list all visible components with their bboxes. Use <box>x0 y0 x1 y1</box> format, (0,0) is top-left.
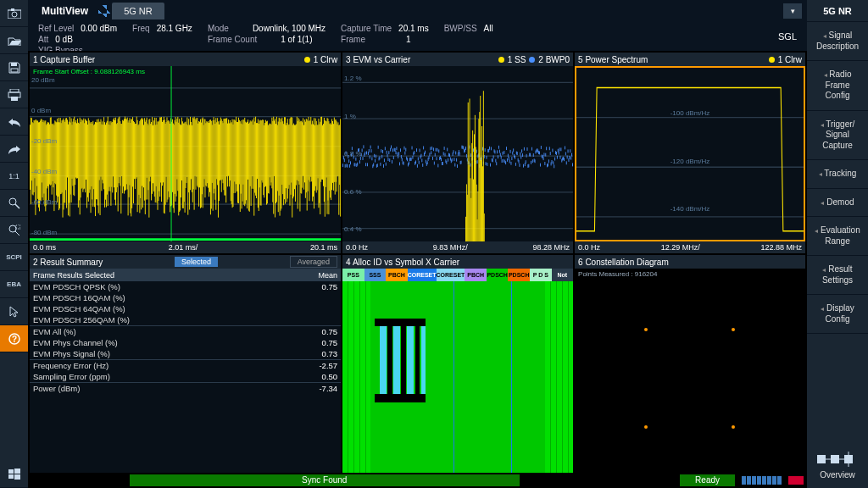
windows-icon[interactable] <box>0 461 28 488</box>
svg-rect-661 <box>520 152 521 156</box>
zoom-icon[interactable] <box>0 190 28 217</box>
svg-rect-468 <box>372 157 373 160</box>
svg-rect-408 <box>329 124 330 191</box>
tab-averaged[interactable]: Averaged <box>290 256 337 268</box>
svg-rect-687 <box>540 164 541 167</box>
x-tick: 98.28 MHz <box>533 243 570 252</box>
svg-rect-208 <box>174 125 175 213</box>
svg-rect-538 <box>426 160 426 164</box>
svg-rect-197 <box>165 124 166 205</box>
svg-rect-298 <box>243 120 244 205</box>
svg-rect-413 <box>333 124 334 191</box>
svg-rect-141 <box>121 124 122 176</box>
camera-icon[interactable] <box>0 0 28 27</box>
svg-rect-530 <box>420 149 420 152</box>
svg-rect-131 <box>114 118 114 187</box>
softkey-signal-description[interactable]: ◂ SignalDescription <box>807 22 868 61</box>
svg-rect-724 <box>569 158 570 162</box>
svg-rect-334 <box>271 118 272 189</box>
pane-evm-carrier[interactable]: 3 EVM vs Carrier 1 SS2 BWP0 1.2 % 1 % 0.… <box>342 53 573 253</box>
softkey-result-settings[interactable]: ◂ ResultSettings <box>807 256 868 295</box>
scpi-button[interactable]: SCPI <box>0 244 28 271</box>
softkey-demod[interactable]: ◂ Demod <box>807 189 868 218</box>
svg-rect-533 <box>421 158 422 162</box>
svg-rect-266 <box>219 125 220 201</box>
svg-rect-276 <box>226 118 227 176</box>
overview-button[interactable]: Overview <box>807 446 868 488</box>
svg-rect-252 <box>208 121 209 188</box>
softkey-trigger-signal-capture[interactable]: ◂ Trigger/SignalCapture <box>807 111 868 161</box>
zoom-area-icon[interactable] <box>0 217 28 244</box>
svg-rect-430 <box>342 164 343 167</box>
eba-button[interactable]: EBA <box>0 271 28 298</box>
svg-rect-759 <box>831 455 839 463</box>
svg-rect-346 <box>281 119 281 208</box>
svg-rect-257 <box>212 125 213 183</box>
svg-rect-732 <box>467 195 468 241</box>
print-icon[interactable] <box>0 81 28 108</box>
open-icon[interactable] <box>0 27 28 54</box>
svg-rect-606 <box>478 154 479 158</box>
svg-rect-409 <box>330 123 331 197</box>
redo-icon[interactable] <box>0 136 28 163</box>
tab-selected[interactable]: Selected <box>175 257 218 267</box>
svg-rect-545 <box>431 151 431 154</box>
svg-rect-209 <box>175 120 175 194</box>
pointer-icon[interactable] <box>0 298 28 325</box>
svg-rect-16 <box>14 474 20 480</box>
zoom-11-icon[interactable]: 1:1 <box>0 163 28 190</box>
svg-rect-394 <box>318 119 319 208</box>
svg-rect-269 <box>221 119 222 192</box>
svg-rect-482 <box>382 150 383 153</box>
svg-rect-310 <box>253 125 253 189</box>
svg-rect-144 <box>124 119 125 193</box>
points-measured-label: Points Measured : 916204 <box>578 270 657 278</box>
svg-rect-634 <box>499 150 500 153</box>
save-icon[interactable] <box>0 54 28 81</box>
svg-rect-283 <box>232 119 233 208</box>
pane-constellation[interactable]: 6 Constellation Diagram Points Measured … <box>575 255 805 486</box>
svg-rect-375 <box>303 125 304 190</box>
help-icon[interactable]: ? <box>0 325 28 352</box>
pane-alloc-id[interactable]: 4 Alloc ID vs Symbol X Carrier PSSSSSPBC… <box>342 255 573 486</box>
svg-rect-697 <box>548 164 548 167</box>
legend-swatch: PDSCH DMRS <box>508 269 530 281</box>
svg-rect-244 <box>202 119 203 194</box>
svg-rect-516 <box>409 162 409 165</box>
undo-icon[interactable] <box>0 108 28 136</box>
svg-rect-374 <box>303 118 303 175</box>
svg-rect-132 <box>114 120 115 200</box>
svg-rect-207 <box>173 124 174 208</box>
svg-rect-407 <box>328 121 329 214</box>
svg-rect-701 <box>551 163 552 166</box>
svg-rect-623 <box>491 147 492 150</box>
svg-rect-639 <box>504 159 504 163</box>
softkey-display-config[interactable]: ◂ DisplayConfig <box>807 295 868 334</box>
svg-rect-86 <box>79 124 80 201</box>
svg-rect-103 <box>92 124 92 199</box>
tab-5gnr[interactable]: 5G NR <box>112 3 164 19</box>
tab-dropdown-icon[interactable]: ▾ <box>783 3 802 19</box>
svg-rect-114 <box>101 119 102 177</box>
svg-rect-648 <box>510 150 511 153</box>
svg-rect-507 <box>402 158 403 161</box>
svg-rect-393 <box>318 125 319 178</box>
svg-rect-242 <box>200 119 201 208</box>
y-tick: 1 % <box>344 113 361 120</box>
svg-rect-272 <box>224 119 225 190</box>
svg-rect-535 <box>423 146 424 149</box>
softkey-tracking[interactable]: ◂ Tracking <box>807 160 868 189</box>
svg-rect-669 <box>526 154 527 158</box>
svg-rect-551 <box>436 148 437 152</box>
pane-capture-buffer[interactable]: 1 Capture Buffer 1 Clrw Frame Start Offs… <box>30 53 341 253</box>
softkey-radio-frame-config[interactable]: ◂ RadioFrameConfig <box>807 61 868 111</box>
y-tick: -80 dBm <box>31 229 57 236</box>
pane-power-spectrum[interactable]: 5 Power Spectrum 1 Clrw -100 dBm/Hz -120… <box>575 53 805 253</box>
svg-rect-527 <box>417 164 418 168</box>
summary-rows: EVM PDSCH QPSK (%)0.75EVM PDSCH 16QAM (%… <box>30 281 341 486</box>
svg-rect-758 <box>817 455 826 463</box>
pane-result-summary[interactable]: 2 Result Summary Selected Averaged Frame… <box>30 255 341 486</box>
multiview-label[interactable]: MultiView <box>33 2 97 20</box>
softkey-evaluation-range[interactable]: ◂ EvaluationRange <box>807 217 868 256</box>
svg-rect-348 <box>282 121 283 194</box>
